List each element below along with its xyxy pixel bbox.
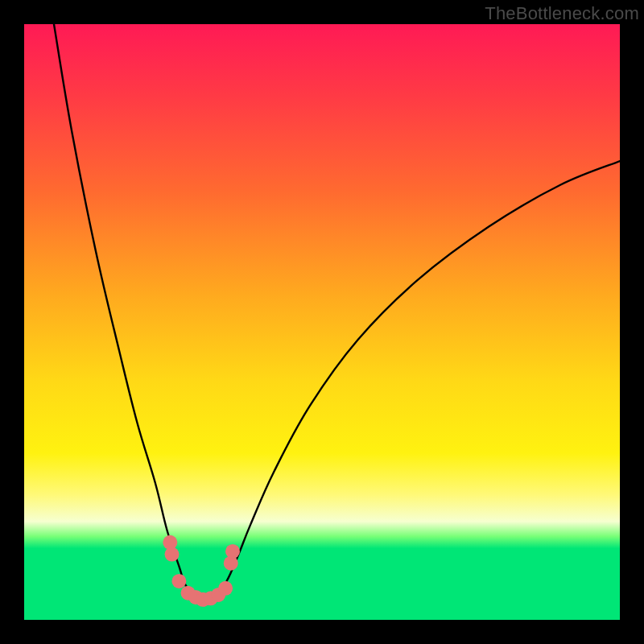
marker-dot [218,581,233,596]
plot-area [24,24,620,620]
marker-dot [165,547,180,562]
chart-frame: TheBottleneck.com [0,0,644,644]
marker-dot [225,544,240,559]
curve-right-curve [203,161,620,602]
curve-group [54,24,620,602]
marker-group [163,535,240,607]
marker-dot [171,574,186,588]
watermark-text: TheBottleneck.com [485,3,639,24]
chart-svg [24,24,620,620]
curve-left-curve [54,24,203,602]
